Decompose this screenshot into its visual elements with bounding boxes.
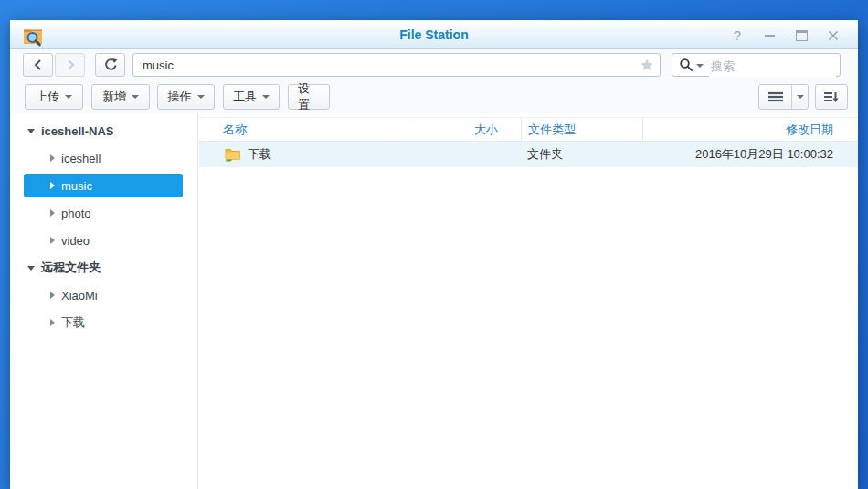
window-title: File Station: [399, 21, 468, 49]
sidebar-item-xiaomi[interactable]: XiaoMi: [24, 283, 183, 307]
triangle-right-icon: [50, 182, 55, 189]
sort-descending-icon: [824, 90, 839, 103]
list-view-icon[interactable]: [759, 85, 792, 109]
file-name: 下载: [248, 146, 271, 163]
sidebar-item-label: photo: [61, 207, 91, 220]
caret-down-icon: [197, 95, 205, 99]
chevron-left-icon: [32, 58, 45, 71]
sidebar-item-label: iceshell: [61, 152, 101, 165]
upload-button-label: 上传: [36, 89, 59, 105]
sidebar-row: photo: [10, 199, 197, 227]
sidebar-item-label: 下载: [61, 314, 85, 331]
navigation-bar: [10, 49, 858, 80]
sidebar-row: 下载: [10, 309, 197, 336]
refresh-icon: [103, 58, 118, 72]
file-modified-cell: 2016年10月29日 10:00:32: [642, 146, 858, 163]
chevron-right-icon: [64, 58, 77, 71]
caret-down-icon: [65, 95, 72, 99]
table-header: 名称 大小 文件类型 修改日期: [199, 117, 858, 142]
caret-down-icon: [132, 95, 139, 99]
sidebar-group-label: 远程文件夹: [41, 260, 101, 276]
minimize-icon[interactable]: [763, 29, 776, 42]
shared-folder-icon: [225, 147, 241, 162]
file-station-window: File Station ?: [10, 20, 858, 489]
sidebar-group-iceshell-nas[interactable]: iceshell-NAS: [10, 117, 197, 144]
view-mode-button[interactable]: [758, 84, 809, 110]
table-row[interactable]: 下载 文件夹 2016年10月29日 10:00:32: [199, 142, 858, 167]
sidebar: iceshell-NAS iceshell music: [10, 113, 198, 489]
path-input[interactable]: [132, 53, 661, 77]
triangle-right-icon: [50, 209, 55, 217]
triangle-down-icon: [27, 129, 35, 133]
sidebar-row: music: [10, 172, 197, 199]
maximize-icon[interactable]: [795, 29, 808, 42]
sidebar-row: XiaoMi: [10, 282, 197, 309]
close-icon[interactable]: [827, 29, 840, 42]
column-header-name[interactable]: 名称: [199, 118, 408, 141]
sidebar-item-label: video: [61, 234, 90, 248]
toolbar: 上传 新增 操作 工具 设置: [10, 80, 858, 113]
window-controls: ?: [731, 21, 840, 49]
action-button-label: 操作: [168, 89, 192, 105]
create-button-label: 新增: [102, 89, 126, 105]
sidebar-item-label: XiaoMi: [61, 289, 98, 303]
triangle-right-icon: [50, 319, 55, 326]
desktop: File Station ?: [0, 0, 868, 489]
content-area: iceshell-NAS iceshell music: [10, 113, 858, 489]
sidebar-item-video[interactable]: video: [24, 229, 183, 252]
refresh-button[interactable]: [95, 53, 125, 77]
sidebar-item-iceshell[interactable]: iceshell: [24, 146, 183, 170]
settings-button[interactable]: 设置: [288, 84, 330, 110]
sidebar-item-photo[interactable]: photo: [24, 201, 183, 225]
sidebar-item-download[interactable]: 下载: [24, 311, 183, 335]
column-header-size[interactable]: 大小: [408, 118, 521, 141]
triangle-down-icon: [27, 266, 35, 271]
sidebar-row: video: [10, 227, 197, 254]
tools-button-label: 工具: [233, 89, 257, 105]
view-mode-caret-icon[interactable]: [792, 85, 808, 109]
titlebar: File Station ?: [10, 20, 858, 49]
sidebar-item-label: music: [61, 179, 92, 193]
forward-button[interactable]: [55, 53, 85, 77]
file-type-cell: 文件夹: [521, 146, 642, 163]
search-box: [672, 53, 841, 77]
caret-down-icon: [262, 95, 270, 99]
sort-button[interactable]: [815, 84, 848, 110]
sidebar-item-music[interactable]: music: [24, 174, 183, 197]
search-input[interactable]: [709, 55, 836, 77]
triangle-right-icon: [50, 292, 55, 299]
tools-button[interactable]: 工具: [223, 84, 280, 110]
settings-button-label: 设置: [298, 80, 320, 113]
search-options-caret-icon[interactable]: [696, 64, 704, 68]
search-icon[interactable]: [679, 58, 693, 72]
sidebar-group-label: iceshell-NAS: [41, 124, 113, 138]
triangle-right-icon: [50, 237, 55, 244]
action-button[interactable]: 操作: [157, 84, 215, 110]
column-header-type[interactable]: 文件类型: [521, 118, 642, 141]
create-button[interactable]: 新增: [91, 84, 150, 110]
upload-button[interactable]: 上传: [25, 84, 83, 110]
sidebar-group-remote-folders[interactable]: 远程文件夹: [10, 254, 197, 282]
triangle-right-icon: [50, 154, 55, 162]
file-list: 名称 大小 文件类型 修改日期 下载 文件夹: [199, 113, 858, 489]
help-icon[interactable]: ?: [731, 29, 744, 42]
favorite-star-icon[interactable]: [640, 58, 654, 72]
back-button[interactable]: [23, 53, 53, 77]
file-name-cell: 下载: [199, 146, 408, 163]
column-header-modified[interactable]: 修改日期: [642, 118, 858, 141]
file-station-app-icon: [22, 25, 44, 47]
sidebar-row: iceshell: [10, 144, 197, 172]
path-field-wrap: [132, 53, 661, 77]
